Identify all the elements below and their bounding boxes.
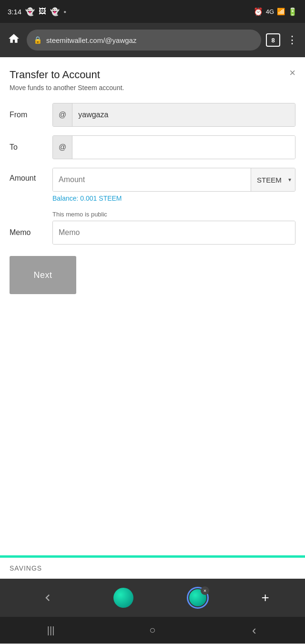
dialog-title: Transfer to Account	[10, 69, 295, 81]
address-bar[interactable]: 🔒 steemitwallet.com/@yawgaz	[27, 30, 261, 51]
tab-icon-circle-1	[113, 588, 133, 608]
alarm-icon: ⏰	[254, 7, 263, 16]
memo-row: Memo	[10, 221, 295, 245]
amount-input-wrapper: STEEM SBD ▾	[52, 168, 295, 192]
signal-icon: 📶	[277, 8, 285, 15]
android-nav-bar: ||| ○ ‹	[0, 617, 305, 644]
to-input-wrapper: @	[52, 135, 295, 159]
memo-public-note: This memo is public	[52, 211, 295, 218]
memo-label: Memo	[10, 228, 52, 237]
savings-label: SAVINGS	[0, 558, 305, 579]
status-bar: 3:14 👻 🖼 👻 ● ⏰ 4G 📶 🔋	[0, 0, 305, 23]
from-label: From	[10, 111, 52, 119]
network-label: 4G	[266, 8, 274, 15]
balance-text: Balance: 0.001 STEEM	[52, 194, 295, 202]
to-row: To @	[10, 135, 295, 159]
teal-accent-bar	[0, 555, 305, 558]
android-back-button[interactable]: ‹	[240, 621, 268, 640]
gallery-icon: 🖼	[39, 7, 46, 16]
time-display: 3:14	[8, 8, 21, 16]
snapchat2-icon: 👻	[50, 7, 60, 16]
from-input[interactable]	[72, 103, 295, 126]
from-at-symbol: @	[53, 103, 72, 126]
tab-close-badge[interactable]: ×	[201, 586, 209, 595]
dialog-subtitle: Move funds to another Steem account.	[10, 84, 295, 92]
home-button[interactable]	[6, 31, 22, 50]
back-nav-button[interactable]	[36, 586, 60, 610]
battery-icon: 🔋	[288, 7, 297, 16]
lock-icon: 🔒	[33, 36, 42, 44]
from-input-wrapper: @	[52, 103, 295, 127]
tab-icon-1[interactable]	[112, 587, 134, 609]
tab-count[interactable]: 8	[266, 33, 280, 47]
from-row: From @	[10, 103, 295, 127]
amount-field-group: STEEM SBD ▾ Balance: 0.001 STEEM	[52, 168, 295, 202]
android-menu-button[interactable]: |||	[37, 621, 65, 640]
amount-row: Amount STEEM SBD ▾ Balance: 0.001 STEEM	[10, 168, 295, 202]
new-tab-button[interactable]: +	[261, 590, 269, 605]
to-at-symbol: @	[53, 136, 72, 159]
status-left: 3:14 👻 🖼 👻 ●	[8, 7, 66, 16]
next-button[interactable]: Next	[10, 256, 76, 294]
memo-input-wrapper	[52, 221, 295, 245]
snapchat-icon: 👻	[25, 7, 35, 16]
memo-input[interactable]	[53, 221, 295, 244]
tab-icon-active[interactable]: ×	[187, 587, 209, 609]
close-button[interactable]: ×	[289, 67, 295, 79]
amount-input[interactable]	[53, 168, 251, 191]
browser-bar: 🔒 steemitwallet.com/@yawgaz 8 ⋮	[0, 23, 305, 57]
currency-select-wrapper: STEEM SBD ▾	[251, 168, 295, 191]
currency-select[interactable]: STEEM SBD	[251, 168, 295, 191]
status-right: ⏰ 4G 📶 🔋	[254, 7, 297, 16]
to-label: To	[10, 143, 52, 152]
content-area: Transfer to Account Move funds to anothe…	[0, 57, 305, 558]
url-text: steemitwallet.com/@yawgaz	[46, 36, 254, 44]
android-home-button[interactable]: ○	[138, 621, 167, 640]
amount-label: Amount	[10, 168, 52, 183]
bottom-nav-bar: × +	[0, 579, 305, 617]
browser-menu-button[interactable]: ⋮	[285, 32, 299, 48]
to-input[interactable]	[72, 136, 295, 159]
dot-icon: ●	[63, 9, 66, 14]
